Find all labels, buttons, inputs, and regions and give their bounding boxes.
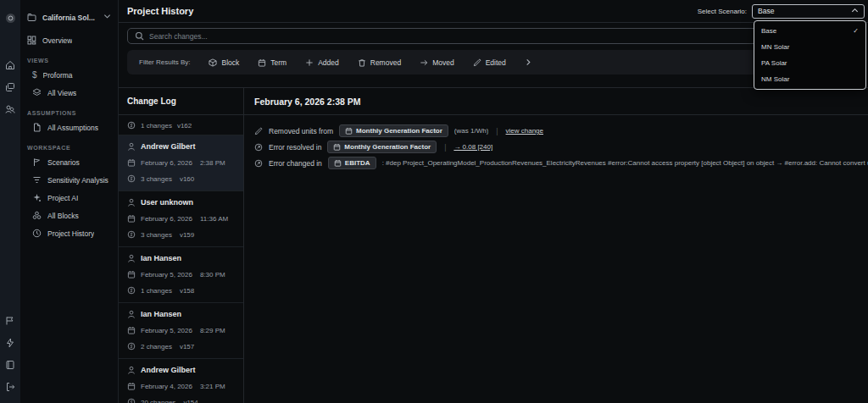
filter-button-removed[interactable]: Removed	[358, 58, 401, 67]
version-label: v162	[177, 122, 192, 130]
sidebar-item-all-views[interactable]: All Views	[20, 84, 118, 102]
search-icon	[135, 31, 144, 41]
logout-icon[interactable]	[0, 376, 20, 398]
dashboard-icon	[27, 36, 36, 45]
scenario-option-base[interactable]: Base ✓	[754, 23, 865, 39]
scenario-option-nm-solar[interactable]: NM Solar	[754, 71, 865, 87]
changes-count: 20 changes	[141, 399, 175, 403]
changes-icon	[127, 121, 136, 130]
project-selector[interactable]: California Sol...	[20, 8, 118, 26]
document-icon	[32, 123, 42, 132]
folder-icon	[27, 13, 36, 22]
section-title-assumptions: ASSUMPTIONS	[20, 102, 118, 119]
entry-time: 8:30 PM	[200, 271, 225, 279]
change-description: Removed units from	[269, 127, 333, 135]
entry-date: February 4, 2026	[141, 383, 192, 390]
change-log-entry[interactable]: Andrew Gilbert February 6, 20262:38 PM 3…	[119, 135, 243, 191]
change-log-title: Change Log	[119, 88, 243, 115]
changes-icon	[127, 174, 136, 183]
sidebar-item-sensitivity-analysis[interactable]: Sensitivity Analysis	[20, 171, 118, 189]
change-log-entry[interactable]: User unknown February 6, 202611:36 AM 3 …	[119, 191, 243, 247]
scenario-select[interactable]: Base	[752, 4, 865, 19]
change-log-entry[interactable]: Ian Hansen February 5, 20268:30 PM 1 cha…	[119, 247, 243, 303]
person-icon	[127, 310, 136, 318]
book-icon[interactable]	[0, 354, 20, 376]
entry-date: February 6, 2026	[141, 159, 192, 167]
scenario-option-pa-solar[interactable]: PA Solar	[754, 55, 865, 71]
detail-rows: Removed units from Monthly Generation Fa…	[244, 115, 868, 171]
filter-button-label: Added	[318, 58, 339, 67]
chevron-up-icon	[851, 7, 859, 16]
filter-button-term[interactable]: Term	[258, 58, 287, 67]
changes-count: 2 changes	[141, 343, 172, 351]
entry-time: 2:38 PM	[200, 159, 225, 167]
plus-icon	[305, 58, 314, 67]
scenario-menu: Base ✓ MN Solar PA Solar NM Solar	[754, 20, 866, 90]
sidebar-item-proforma[interactable]: $ Proforma	[20, 66, 118, 84]
entry-user: Ian Hansen	[141, 310, 181, 318]
filter-button-label: Removed	[370, 58, 401, 67]
change-log-entry-partial[interactable]: 1 changes v162	[119, 115, 243, 135]
sidebar-item-label: All Blocks	[47, 212, 79, 220]
users-icon[interactable]	[0, 98, 20, 120]
pencil-icon	[473, 58, 481, 67]
change-log-entry[interactable]: Andrew Gilbert February 4, 20263:21 PM 2…	[119, 359, 243, 403]
entry-time: 11:36 AM	[200, 215, 228, 223]
projects-icon[interactable]	[0, 76, 20, 98]
main-content: Project History Select Scenario: Base Fi…	[119, 0, 868, 403]
block-chip[interactable]: Monthly Generation Factor	[339, 124, 448, 137]
blocks-icon	[32, 211, 42, 220]
sidebar-item-scenarios[interactable]: Scenarios	[20, 153, 118, 171]
filter-label: Filter Results By:	[139, 58, 190, 66]
person-icon	[127, 366, 136, 374]
error-message-text: : #dep Project_OperatingModel_Production…	[382, 159, 868, 167]
person-icon	[127, 198, 136, 207]
trash-icon	[358, 58, 366, 67]
filter-button-moved[interactable]: Moved	[420, 58, 454, 67]
calendar-icon	[333, 143, 341, 151]
flag-icon[interactable]	[0, 310, 20, 332]
calendar-icon	[127, 382, 136, 390]
menu-item-label: MN Solar	[761, 43, 789, 51]
block-chip[interactable]: Monthly Generation Factor	[327, 141, 437, 153]
filter-button-edited[interactable]: Edited	[473, 58, 506, 67]
home-icon[interactable]	[0, 54, 20, 76]
calendar-icon	[127, 270, 136, 279]
changes-count: 3 changes	[141, 175, 172, 183]
detail-panel: February 6, 2026 2:38 PM Removed units f…	[244, 88, 868, 403]
change-log-entry[interactable]: Ian Hansen February 5, 20268:29 PM 2 cha…	[119, 303, 243, 359]
block-chip[interactable]: EBITDA	[328, 157, 376, 169]
calendar-icon	[127, 158, 136, 167]
version-label: v154	[183, 399, 198, 403]
layers-icon	[32, 88, 42, 97]
menu-item-label: NM Solar	[761, 75, 789, 83]
sidebar-item-all-assumptions[interactable]: All Assumptions	[20, 119, 118, 136]
zap-icon[interactable]	[0, 332, 20, 354]
error-changed-icon	[254, 159, 263, 168]
filter-button-added[interactable]: Added	[305, 58, 339, 67]
filters-more-chevron[interactable]	[525, 58, 532, 66]
calendar-icon	[258, 58, 266, 67]
search-bar[interactable]	[127, 28, 861, 44]
filter-button-label: Block	[221, 58, 239, 67]
sidebar-item-label: Sensitivity Analysis	[47, 176, 108, 185]
sidebar-item-label: All Views	[47, 89, 76, 97]
app-logo	[0, 7, 20, 29]
value-change-link[interactable]: → 0.08 [240]	[453, 143, 492, 151]
sidebar-item-project-ai[interactable]: Project AI	[20, 189, 118, 207]
sidebar-item-label: All Assumptions	[47, 124, 98, 132]
scenario-option-mn-solar[interactable]: MN Solar	[754, 39, 865, 55]
version-label: v157	[180, 343, 194, 351]
search-input[interactable]	[149, 32, 854, 41]
section-title-views: VIEWS	[20, 49, 118, 66]
sidebar-item-project-history[interactable]: Project History	[20, 224, 118, 242]
divider: |	[494, 127, 499, 135]
entry-date: February 5, 2026	[141, 327, 192, 334]
sidebar-item-overview[interactable]: Overview	[20, 31, 118, 49]
sidebar-item-label: Proforma	[43, 71, 73, 80]
sidebar-item-all-blocks[interactable]: All Blocks	[20, 207, 118, 224]
filter-button-block[interactable]: Block	[209, 58, 239, 67]
page-header: Project History Select Scenario: Base	[119, 0, 868, 23]
change-row: Error changed in EBITDA : #dep Project_O…	[254, 155, 868, 171]
view-change-link[interactable]: view change	[506, 127, 543, 135]
